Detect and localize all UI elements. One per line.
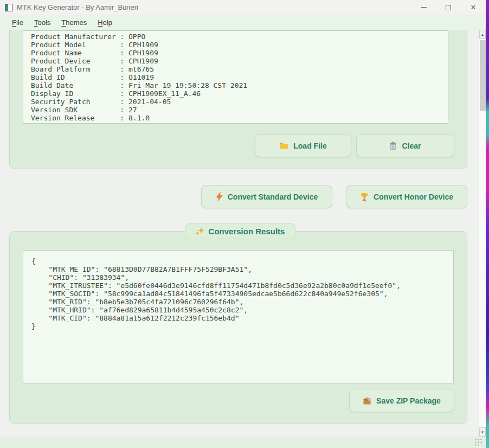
folder-icon [279, 142, 288, 150]
close-button[interactable]: ✕ [461, 0, 486, 15]
close-icon: ✕ [471, 4, 477, 11]
sparkles-icon [196, 227, 204, 235]
menu-bar: File Tools Themes Help [0, 15, 486, 30]
convert-standard-label: Convert Standard Device [228, 193, 318, 201]
window-scrollbar[interactable]: ▲ ▼ [479, 30, 486, 437]
menu-help[interactable]: Help [92, 16, 118, 29]
minimize-button[interactable] [411, 0, 436, 15]
results-json-text: { "MTK_ME_ID": "68813D0D77B82A7B1FFF75F5… [23, 251, 453, 330]
maximize-button[interactable] [436, 0, 461, 15]
trash-icon [389, 142, 397, 150]
window-scrollbar-thumb[interactable] [480, 40, 486, 111]
window-title: MTK Key Generator - By Aamir_Buneri [17, 3, 138, 11]
convert-honor-label: Convert Honor Device [374, 193, 453, 201]
save-zip-button[interactable]: Save ZIP Package [349, 389, 454, 412]
window-scroll-up-icon[interactable]: ▲ [479, 30, 486, 39]
package-icon [363, 396, 371, 405]
load-file-label: Load File [293, 142, 326, 150]
conversion-results-header: Conversion Results [185, 223, 295, 239]
convert-standard-button[interactable]: Convert Standard Device [201, 185, 332, 208]
clear-label: Clear [402, 142, 421, 150]
device-info-textarea[interactable]: Product Manufacturer : OPPO Product Mode… [23, 30, 448, 124]
convert-honor-button[interactable]: Convert Honor Device [346, 185, 467, 208]
desktop-background-strip [486, 0, 489, 448]
results-textarea[interactable]: { "MTK_ME_ID": "68813D0D77B82A7B1FFF75F5… [23, 250, 454, 383]
save-zip-label: Save ZIP Package [376, 396, 441, 405]
menu-themes[interactable]: Themes [56, 16, 92, 29]
title-bar: MTK Key Generator - By Aamir_Buneri ✕ [0, 0, 486, 15]
app-icon [5, 4, 12, 11]
conversion-results-label: Conversion Results [209, 227, 285, 236]
device-info-text: Product Manufacturer : OPPO Product Mode… [23, 31, 448, 122]
menu-file[interactable]: File [7, 16, 29, 29]
window-scroll-down-icon[interactable]: ▼ [479, 427, 486, 437]
maximize-icon [446, 5, 451, 10]
window-bottom-edge [0, 437, 486, 448]
load-file-button[interactable]: Load File [255, 134, 351, 157]
clear-button[interactable]: Clear [356, 134, 454, 157]
minimize-icon [421, 7, 427, 8]
lightning-icon [216, 192, 223, 201]
resize-grip[interactable] [474, 438, 482, 446]
trophy-icon [360, 193, 369, 201]
menu-tools[interactable]: Tools [29, 16, 56, 29]
